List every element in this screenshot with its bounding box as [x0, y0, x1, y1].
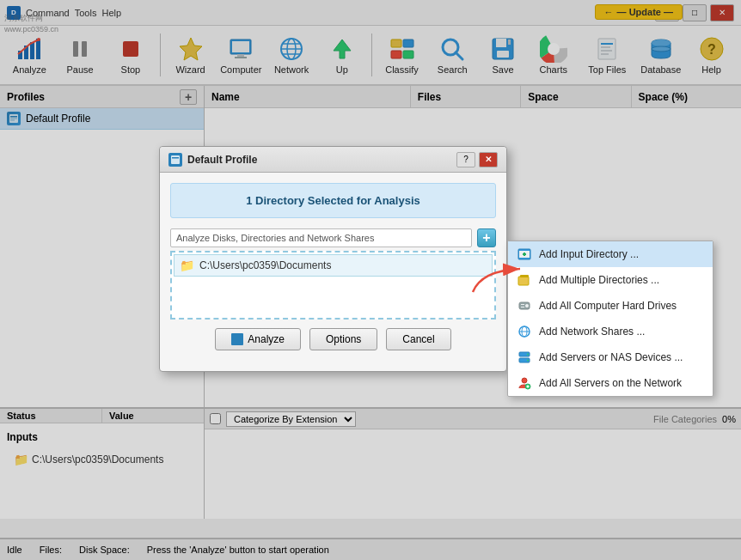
- add-multiple-icon: [517, 272, 532, 288]
- analyze-btn-icon: [231, 333, 243, 345]
- svg-point-64: [527, 354, 529, 356]
- context-menu-item-add-multiple[interactable]: Add Multiple Directories ...: [508, 267, 713, 293]
- context-menu-item-add-network[interactable]: Add Network Shares ...: [508, 319, 713, 344]
- dir-folder-icon: 📁: [180, 259, 194, 272]
- svg-point-66: [522, 378, 527, 383]
- dialog-title-icon: [168, 153, 182, 167]
- svg-rect-53: [518, 277, 529, 285]
- cancel-button[interactable]: Cancel: [386, 328, 450, 350]
- dialog-footer: Analyze Options Cancel: [170, 328, 496, 361]
- dir-item[interactable]: 📁 C:\Users\pc0359\Documents: [174, 254, 493, 277]
- add-servers-icon: [517, 350, 532, 365]
- svg-rect-54: [520, 275, 529, 277]
- context-menu: Add Input Directory ... Add Multiple Dir…: [507, 240, 713, 397]
- context-menu-item-add-all-servers[interactable]: Add All Servers on the Network: [508, 370, 713, 396]
- dialog-title-btns: ? ✕: [456, 152, 498, 167]
- dialog-close-button[interactable]: ✕: [479, 152, 498, 167]
- svg-rect-57: [521, 304, 524, 305]
- context-menu-item-add-input-dir[interactable]: Add Input Directory ...: [508, 241, 713, 267]
- dir-list: 📁 C:\Users\pc0359\Documents: [170, 251, 496, 320]
- dialog-body: Analyze Disks, Directories and Network S…: [160, 228, 506, 371]
- dialog: Default Profile ? ✕ 1 Directory Selected…: [159, 146, 507, 372]
- svg-rect-58: [521, 307, 524, 307]
- context-menu-item-add-all-hard[interactable]: Add All Computer Hard Drives: [508, 293, 713, 319]
- add-all-servers-icon: [517, 375, 532, 391]
- input-label-row: Analyze Disks, Directories and Network S…: [170, 228, 496, 247]
- svg-point-56: [525, 304, 529, 307]
- dialog-help-button[interactable]: ?: [456, 152, 475, 167]
- add-multiple-label: Add Multiple Directories ...: [539, 274, 659, 286]
- input-text-box: Analyze Disks, Directories and Network S…: [170, 228, 472, 247]
- add-input-dir-label: Add Input Directory ...: [539, 248, 639, 260]
- add-all-servers-label: Add All Servers on the Network: [539, 377, 682, 389]
- add-all-hard-icon: [517, 298, 532, 313]
- add-servers-label: Add Servers or NAS Devices ...: [539, 351, 683, 363]
- dialog-title-bar: Default Profile ? ✕: [160, 147, 506, 173]
- dir-path: C:\Users\pc0359\Documents: [199, 259, 331, 271]
- svg-rect-47: [171, 155, 180, 164]
- dialog-title-text: Default Profile: [187, 154, 257, 166]
- analyze-button[interactable]: Analyze: [215, 328, 301, 350]
- add-all-hard-label: Add All Computer Hard Drives: [539, 300, 677, 312]
- add-network-label: Add Network Shares ...: [539, 326, 645, 338]
- context-menu-item-add-servers[interactable]: Add Servers or NAS Devices ...: [508, 344, 713, 370]
- options-button[interactable]: Options: [309, 328, 377, 350]
- dialog-banner: 1 Directory Selected for Analysis: [170, 183, 496, 218]
- add-input-btn[interactable]: +: [477, 228, 496, 247]
- svg-point-65: [527, 360, 529, 362]
- add-input-dir-icon: [517, 247, 532, 262]
- dialog-title-left: Default Profile: [168, 153, 257, 167]
- svg-rect-48: [172, 157, 179, 159]
- add-network-icon: [517, 324, 532, 339]
